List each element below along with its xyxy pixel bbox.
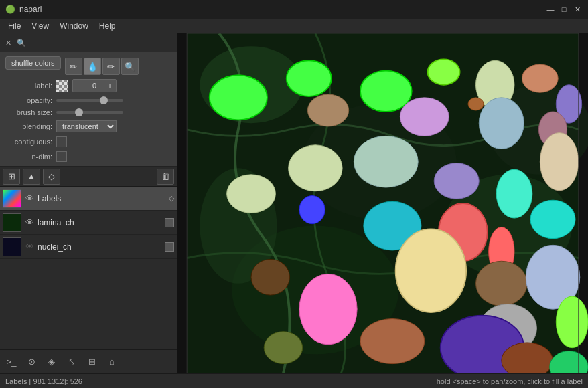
main-layout: ✕ 🔍 shuffle colors ✏ 💧 ✏ 🔍 label: − xyxy=(0,33,588,373)
console-button[interactable]: >_ xyxy=(3,353,20,371)
label-increment-button[interactable]: + xyxy=(104,80,116,92)
svg-point-14 xyxy=(307,94,348,126)
layer-thumb-lamina xyxy=(3,213,21,232)
status-coords: Labels [ 981 1312]: 526 xyxy=(5,377,82,385)
paint-tool-button[interactable]: ✏ xyxy=(65,58,82,75)
layer-thumb-labels xyxy=(3,189,21,208)
layer-item-nuclei[interactable]: 👁 nuclei_ch xyxy=(0,235,177,259)
brush-size-text: brush size: xyxy=(5,108,52,116)
menubar: File View Window Help xyxy=(0,19,588,33)
close-button[interactable]: ✕ xyxy=(572,4,583,15)
svg-point-41 xyxy=(468,98,484,110)
opacity-slider-track[interactable] xyxy=(56,99,123,102)
menu-window[interactable]: Window xyxy=(54,20,94,32)
3d-view-button[interactable]: ◈ xyxy=(43,353,60,371)
svg-point-35 xyxy=(360,319,425,364)
menu-view[interactable]: View xyxy=(26,20,54,32)
layer-visibility-nuclei[interactable]: 👁 xyxy=(24,241,35,252)
status-hint: hold <space> to pan/zoom, click to fill … xyxy=(437,377,583,385)
new-shapes-button[interactable]: ▲ xyxy=(23,169,40,185)
layer-thumb-nuclei xyxy=(3,237,21,256)
tool-icons: ✏ 💧 ✏ 🔍 xyxy=(65,58,139,75)
label-decrement-button[interactable]: − xyxy=(73,80,85,92)
label-text: label: xyxy=(5,82,52,90)
controls-area: shuffle colors ✏ 💧 ✏ 🔍 label: − 0 + xyxy=(0,52,177,167)
titlebar-controls: — □ ✕ xyxy=(545,4,583,15)
opacity-row: opacity: xyxy=(5,96,171,104)
shuffle-colors-button[interactable]: shuffle colors xyxy=(5,56,61,70)
layer-visibility-labels[interactable]: 👁 xyxy=(24,193,35,203)
layer-type-icon-labels: ◇ xyxy=(169,194,174,203)
brush-size-slider-thumb[interactable] xyxy=(75,108,83,116)
new-points-button[interactable]: ⊞ xyxy=(3,169,20,185)
svg-point-9 xyxy=(360,71,412,112)
svg-point-21 xyxy=(434,163,479,199)
layer-item-labels[interactable]: 👁 Labels ◇ xyxy=(0,187,177,211)
blending-row: blending: translucent additive opaque xyxy=(5,120,171,132)
layer-type-icon-lamina xyxy=(165,218,174,227)
brush-size-slider-track[interactable] xyxy=(56,111,123,114)
statusbar: Labels [ 981 1312]: 526 hold <space> to … xyxy=(0,373,588,388)
ndim-row: n-dim: xyxy=(5,151,171,162)
erase-tool-button[interactable]: ✏ xyxy=(102,58,120,75)
label-color-swatch xyxy=(56,80,68,92)
svg-point-22 xyxy=(496,169,532,218)
svg-point-7 xyxy=(210,75,267,120)
grid-button[interactable]: ⊞ xyxy=(83,353,100,371)
segmentation-canvas[interactable] xyxy=(177,33,588,373)
menu-file[interactable]: File xyxy=(3,20,26,32)
brush-size-row: brush size: xyxy=(5,108,171,116)
svg-point-20 xyxy=(354,136,418,187)
home-button[interactable]: ⌂ xyxy=(103,353,121,371)
svg-point-24 xyxy=(530,200,575,239)
maximize-button[interactable]: □ xyxy=(559,4,569,15)
layer-name-labels: Labels xyxy=(38,194,166,203)
svg-point-37 xyxy=(264,332,303,364)
ndim-checkbox[interactable] xyxy=(56,151,67,162)
close-panel-button[interactable]: ✕ xyxy=(3,37,13,48)
opacity-slider-thumb[interactable] xyxy=(100,96,108,104)
blending-select[interactable]: translucent additive opaque xyxy=(56,120,117,132)
contiguous-text: contiguous: xyxy=(5,138,52,146)
svg-point-23 xyxy=(540,133,579,191)
fill-tool-button[interactable]: 💧 xyxy=(84,58,101,75)
contiguous-row: contiguous: xyxy=(5,136,171,147)
titlebar: 🟢 napari — □ ✕ xyxy=(0,0,588,19)
svg-point-12 xyxy=(522,64,558,92)
expand-button[interactable]: ⤡ xyxy=(63,353,80,371)
svg-point-33 xyxy=(251,259,290,295)
app-icon: 🟢 xyxy=(5,5,15,14)
app-title: napari xyxy=(19,5,42,14)
layer-visibility-lamina[interactable]: 👁 xyxy=(24,217,35,227)
svg-point-30 xyxy=(475,261,527,306)
svg-point-18 xyxy=(227,175,276,213)
layer-toolbar: ⊞ ▲ ◇ 🗑 xyxy=(0,167,177,187)
minimize-button[interactable]: — xyxy=(545,4,556,15)
canvas-area[interactable] xyxy=(177,33,588,373)
svg-point-8 xyxy=(287,60,332,96)
delete-layer-button[interactable]: 🗑 xyxy=(157,169,174,185)
zoom-tool-button[interactable]: 🔍 xyxy=(121,58,139,75)
svg-point-19 xyxy=(289,145,343,191)
blending-text: blending: xyxy=(5,122,52,130)
bottom-toolbar: >_ ⊙ ◈ ⤡ ⊞ ⌂ xyxy=(0,349,177,373)
svg-point-25 xyxy=(299,195,325,223)
menu-help[interactable]: Help xyxy=(94,20,121,32)
svg-point-15 xyxy=(400,98,449,136)
titlebar-left: 🟢 napari xyxy=(5,5,42,14)
search-panel-button[interactable]: 🔍 xyxy=(16,37,27,48)
panel-toolbar: ✕ 🔍 xyxy=(0,33,177,52)
svg-point-39 xyxy=(556,296,588,348)
svg-point-16 xyxy=(479,98,524,149)
label-value: 0 xyxy=(85,82,104,90)
layer-item-lamina[interactable]: 👁 lamina_ch xyxy=(0,211,177,235)
svg-point-29 xyxy=(396,229,466,312)
layer-type-icon-nuclei xyxy=(165,242,174,252)
new-labels-button[interactable]: ◇ xyxy=(43,169,60,185)
ndim-text: n-dim: xyxy=(5,153,52,161)
opacity-text: opacity: xyxy=(5,96,52,104)
screenshot-button[interactable]: ⊙ xyxy=(23,353,40,371)
layer-name-lamina: lamina_ch xyxy=(38,218,162,227)
layer-list: 👁 Labels ◇ 👁 lamina_ch 👁 nuclei_ch xyxy=(0,187,177,349)
contiguous-checkbox[interactable] xyxy=(56,136,67,147)
